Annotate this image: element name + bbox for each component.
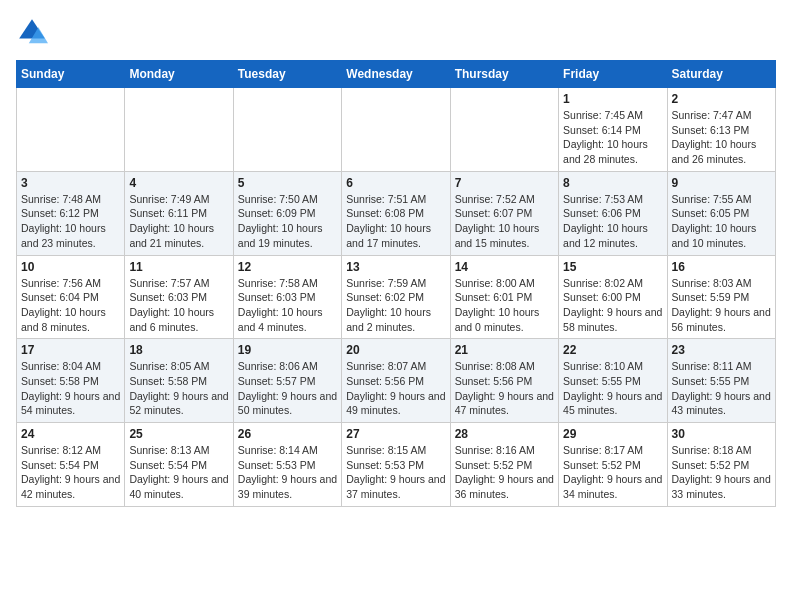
- weekday-header: Wednesday: [342, 61, 450, 88]
- day-info: Sunrise: 8:10 AM Sunset: 5:55 PM Dayligh…: [563, 359, 662, 418]
- weekday-header: Sunday: [17, 61, 125, 88]
- day-info: Sunrise: 8:13 AM Sunset: 5:54 PM Dayligh…: [129, 443, 228, 502]
- day-number: 13: [346, 260, 445, 274]
- logo: [16, 16, 52, 48]
- calendar-day-cell: 11Sunrise: 7:57 AM Sunset: 6:03 PM Dayli…: [125, 255, 233, 339]
- calendar-day-cell: 19Sunrise: 8:06 AM Sunset: 5:57 PM Dayli…: [233, 339, 341, 423]
- day-info: Sunrise: 7:49 AM Sunset: 6:11 PM Dayligh…: [129, 192, 228, 251]
- calendar-day-cell: 7Sunrise: 7:52 AM Sunset: 6:07 PM Daylig…: [450, 171, 558, 255]
- weekday-header: Friday: [559, 61, 667, 88]
- day-number: 20: [346, 343, 445, 357]
- day-number: 30: [672, 427, 771, 441]
- calendar-week-row: 17Sunrise: 8:04 AM Sunset: 5:58 PM Dayli…: [17, 339, 776, 423]
- day-info: Sunrise: 7:59 AM Sunset: 6:02 PM Dayligh…: [346, 276, 445, 335]
- day-info: Sunrise: 7:58 AM Sunset: 6:03 PM Dayligh…: [238, 276, 337, 335]
- calendar-table: SundayMondayTuesdayWednesdayThursdayFrid…: [16, 60, 776, 507]
- calendar-day-cell: 3Sunrise: 7:48 AM Sunset: 6:12 PM Daylig…: [17, 171, 125, 255]
- calendar-week-row: 24Sunrise: 8:12 AM Sunset: 5:54 PM Dayli…: [17, 423, 776, 507]
- calendar-day-cell: 4Sunrise: 7:49 AM Sunset: 6:11 PM Daylig…: [125, 171, 233, 255]
- calendar-day-cell: 5Sunrise: 7:50 AM Sunset: 6:09 PM Daylig…: [233, 171, 341, 255]
- day-info: Sunrise: 8:03 AM Sunset: 5:59 PM Dayligh…: [672, 276, 771, 335]
- day-number: 12: [238, 260, 337, 274]
- day-info: Sunrise: 8:02 AM Sunset: 6:00 PM Dayligh…: [563, 276, 662, 335]
- day-info: Sunrise: 7:48 AM Sunset: 6:12 PM Dayligh…: [21, 192, 120, 251]
- calendar-day-cell: 26Sunrise: 8:14 AM Sunset: 5:53 PM Dayli…: [233, 423, 341, 507]
- calendar-day-cell: 23Sunrise: 8:11 AM Sunset: 5:55 PM Dayli…: [667, 339, 775, 423]
- day-number: 26: [238, 427, 337, 441]
- day-number: 19: [238, 343, 337, 357]
- day-number: 3: [21, 176, 120, 190]
- day-info: Sunrise: 8:08 AM Sunset: 5:56 PM Dayligh…: [455, 359, 554, 418]
- day-info: Sunrise: 8:12 AM Sunset: 5:54 PM Dayligh…: [21, 443, 120, 502]
- calendar-day-cell: 20Sunrise: 8:07 AM Sunset: 5:56 PM Dayli…: [342, 339, 450, 423]
- day-number: 15: [563, 260, 662, 274]
- weekday-header: Tuesday: [233, 61, 341, 88]
- calendar-header-row: SundayMondayTuesdayWednesdayThursdayFrid…: [17, 61, 776, 88]
- day-info: Sunrise: 8:04 AM Sunset: 5:58 PM Dayligh…: [21, 359, 120, 418]
- weekday-header: Thursday: [450, 61, 558, 88]
- calendar-day-cell: 25Sunrise: 8:13 AM Sunset: 5:54 PM Dayli…: [125, 423, 233, 507]
- day-number: 23: [672, 343, 771, 357]
- page-header: [16, 16, 776, 48]
- day-info: Sunrise: 8:06 AM Sunset: 5:57 PM Dayligh…: [238, 359, 337, 418]
- calendar-day-cell: 27Sunrise: 8:15 AM Sunset: 5:53 PM Dayli…: [342, 423, 450, 507]
- calendar-week-row: 10Sunrise: 7:56 AM Sunset: 6:04 PM Dayli…: [17, 255, 776, 339]
- calendar-day-cell: [450, 88, 558, 172]
- day-info: Sunrise: 8:00 AM Sunset: 6:01 PM Dayligh…: [455, 276, 554, 335]
- day-info: Sunrise: 8:18 AM Sunset: 5:52 PM Dayligh…: [672, 443, 771, 502]
- calendar-day-cell: 15Sunrise: 8:02 AM Sunset: 6:00 PM Dayli…: [559, 255, 667, 339]
- calendar-day-cell: 14Sunrise: 8:00 AM Sunset: 6:01 PM Dayli…: [450, 255, 558, 339]
- day-info: Sunrise: 7:47 AM Sunset: 6:13 PM Dayligh…: [672, 108, 771, 167]
- calendar-day-cell: 17Sunrise: 8:04 AM Sunset: 5:58 PM Dayli…: [17, 339, 125, 423]
- day-number: 8: [563, 176, 662, 190]
- day-info: Sunrise: 7:45 AM Sunset: 6:14 PM Dayligh…: [563, 108, 662, 167]
- calendar-day-cell: [233, 88, 341, 172]
- day-number: 25: [129, 427, 228, 441]
- day-info: Sunrise: 7:51 AM Sunset: 6:08 PM Dayligh…: [346, 192, 445, 251]
- day-number: 21: [455, 343, 554, 357]
- calendar-day-cell: 2Sunrise: 7:47 AM Sunset: 6:13 PM Daylig…: [667, 88, 775, 172]
- day-info: Sunrise: 7:56 AM Sunset: 6:04 PM Dayligh…: [21, 276, 120, 335]
- weekday-header: Monday: [125, 61, 233, 88]
- calendar-day-cell: 9Sunrise: 7:55 AM Sunset: 6:05 PM Daylig…: [667, 171, 775, 255]
- calendar-day-cell: 22Sunrise: 8:10 AM Sunset: 5:55 PM Dayli…: [559, 339, 667, 423]
- day-info: Sunrise: 7:57 AM Sunset: 6:03 PM Dayligh…: [129, 276, 228, 335]
- calendar-day-cell: 21Sunrise: 8:08 AM Sunset: 5:56 PM Dayli…: [450, 339, 558, 423]
- calendar-day-cell: 1Sunrise: 7:45 AM Sunset: 6:14 PM Daylig…: [559, 88, 667, 172]
- day-number: 7: [455, 176, 554, 190]
- day-number: 9: [672, 176, 771, 190]
- calendar-day-cell: [125, 88, 233, 172]
- day-number: 18: [129, 343, 228, 357]
- day-number: 6: [346, 176, 445, 190]
- day-number: 10: [21, 260, 120, 274]
- calendar-day-cell: 28Sunrise: 8:16 AM Sunset: 5:52 PM Dayli…: [450, 423, 558, 507]
- weekday-header: Saturday: [667, 61, 775, 88]
- day-info: Sunrise: 7:53 AM Sunset: 6:06 PM Dayligh…: [563, 192, 662, 251]
- day-info: Sunrise: 8:14 AM Sunset: 5:53 PM Dayligh…: [238, 443, 337, 502]
- day-info: Sunrise: 8:05 AM Sunset: 5:58 PM Dayligh…: [129, 359, 228, 418]
- day-number: 16: [672, 260, 771, 274]
- day-number: 2: [672, 92, 771, 106]
- calendar-day-cell: [342, 88, 450, 172]
- day-info: Sunrise: 8:16 AM Sunset: 5:52 PM Dayligh…: [455, 443, 554, 502]
- day-info: Sunrise: 7:55 AM Sunset: 6:05 PM Dayligh…: [672, 192, 771, 251]
- day-number: 1: [563, 92, 662, 106]
- day-info: Sunrise: 8:11 AM Sunset: 5:55 PM Dayligh…: [672, 359, 771, 418]
- calendar-day-cell: 30Sunrise: 8:18 AM Sunset: 5:52 PM Dayli…: [667, 423, 775, 507]
- calendar-day-cell: 16Sunrise: 8:03 AM Sunset: 5:59 PM Dayli…: [667, 255, 775, 339]
- calendar-day-cell: 13Sunrise: 7:59 AM Sunset: 6:02 PM Dayli…: [342, 255, 450, 339]
- day-number: 4: [129, 176, 228, 190]
- calendar-day-cell: 8Sunrise: 7:53 AM Sunset: 6:06 PM Daylig…: [559, 171, 667, 255]
- calendar-day-cell: 10Sunrise: 7:56 AM Sunset: 6:04 PM Dayli…: [17, 255, 125, 339]
- calendar-day-cell: 6Sunrise: 7:51 AM Sunset: 6:08 PM Daylig…: [342, 171, 450, 255]
- day-number: 5: [238, 176, 337, 190]
- calendar-day-cell: 18Sunrise: 8:05 AM Sunset: 5:58 PM Dayli…: [125, 339, 233, 423]
- calendar-week-row: 1Sunrise: 7:45 AM Sunset: 6:14 PM Daylig…: [17, 88, 776, 172]
- day-number: 29: [563, 427, 662, 441]
- day-number: 17: [21, 343, 120, 357]
- day-info: Sunrise: 8:15 AM Sunset: 5:53 PM Dayligh…: [346, 443, 445, 502]
- calendar-week-row: 3Sunrise: 7:48 AM Sunset: 6:12 PM Daylig…: [17, 171, 776, 255]
- day-number: 27: [346, 427, 445, 441]
- day-info: Sunrise: 8:07 AM Sunset: 5:56 PM Dayligh…: [346, 359, 445, 418]
- day-number: 28: [455, 427, 554, 441]
